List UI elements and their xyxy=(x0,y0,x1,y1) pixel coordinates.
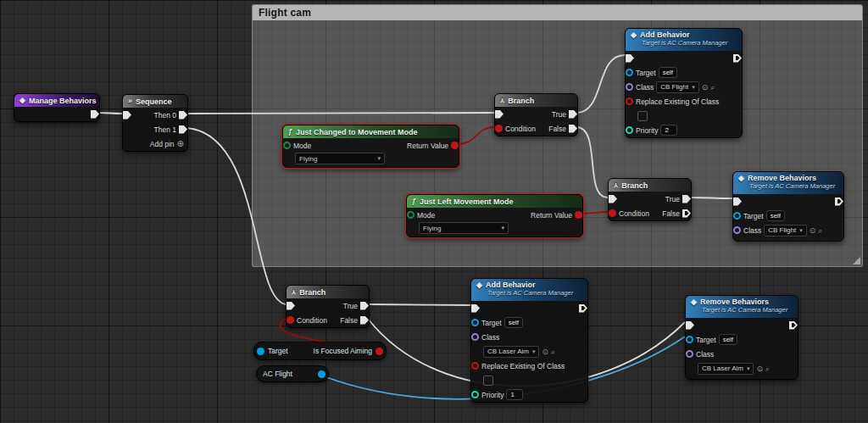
target-pin[interactable] xyxy=(733,212,741,220)
pin-label-condition: Condition xyxy=(505,125,536,133)
replace-existing-checkbox[interactable] xyxy=(483,376,493,386)
exec-false-pin[interactable] xyxy=(569,125,577,133)
node-ac-flight[interactable]: AC Flight xyxy=(256,365,329,382)
pin-label-false: False xyxy=(662,209,680,218)
exec-in-pin[interactable] xyxy=(471,304,480,313)
exec-out-pin[interactable] xyxy=(835,198,843,206)
exec-false-pin[interactable] xyxy=(682,209,691,218)
node-branch-3[interactable]: Y Branch True Condition False xyxy=(286,285,370,328)
mode-pin[interactable] xyxy=(407,211,415,219)
use-asset-icon[interactable]: ⊙ xyxy=(702,83,709,92)
exec-out-pin[interactable] xyxy=(579,304,587,313)
browse-icon[interactable]: ⌕ xyxy=(551,348,555,356)
wire-exec-manage-to-sequence[interactable] xyxy=(98,113,122,114)
pin-label-target: Target xyxy=(481,319,502,327)
pin-label-mode: Mode xyxy=(293,142,311,150)
target-pin[interactable] xyxy=(626,69,633,76)
browse-icon[interactable]: ⌕ xyxy=(765,365,770,373)
use-asset-icon[interactable]: ⊙ xyxy=(810,226,816,235)
mode-dropdown[interactable]: Flying ▾ xyxy=(295,153,385,164)
comment-title[interactable]: Flight cam xyxy=(253,5,862,20)
priority-value-field[interactable]: 1 xyxy=(506,389,523,400)
node-manage-behaviors[interactable]: ◈ Manage Behaviors xyxy=(14,93,100,122)
node-header: ◈ Remove Behaviors Target is AC Camera M… xyxy=(733,172,843,194)
browse-icon[interactable]: ⌕ xyxy=(710,83,715,92)
exec-out-pin[interactable] xyxy=(733,54,742,63)
target-pin[interactable] xyxy=(471,319,479,326)
mode-dropdown[interactable]: Flying ▾ xyxy=(419,222,509,234)
return-value-pin[interactable] xyxy=(451,142,459,149)
node-subtitle: Target is AC Camera Manager xyxy=(749,182,838,190)
return-value-pin[interactable] xyxy=(376,348,383,355)
target-pin[interactable] xyxy=(686,336,693,343)
exec-true-pin[interactable] xyxy=(682,195,691,203)
use-asset-icon[interactable]: ⊙ xyxy=(756,365,763,373)
exec-in-pin[interactable] xyxy=(609,195,617,203)
pin-label-true: True xyxy=(343,302,358,310)
priority-pin[interactable] xyxy=(471,391,479,398)
exec-in-pin[interactable] xyxy=(495,110,504,119)
function-icon: ƒ xyxy=(412,198,416,205)
exec-then0-pin[interactable] xyxy=(179,111,187,120)
return-value-pin[interactable] xyxy=(575,211,582,219)
exec-then1-pin[interactable] xyxy=(179,125,187,134)
priority-value-field[interactable]: 2 xyxy=(660,125,677,136)
comment-resize-handle[interactable] xyxy=(853,257,860,264)
blueprint-graph-canvas[interactable]: Flight cam ◈ Manage Behaviors » Sequence xyxy=(0,0,868,423)
pin-label-priority: Priority xyxy=(481,391,504,399)
use-asset-icon[interactable]: ⊙ xyxy=(542,348,548,356)
node-sequence[interactable]: » Sequence Then 0 Then 1 Add pin ⊕ xyxy=(122,94,188,152)
node-just-left-movement-mode[interactable]: ƒ Just Left Movement Mode Mode Return Va… xyxy=(406,194,583,237)
output-pin[interactable] xyxy=(318,370,326,378)
exec-in-pin[interactable] xyxy=(733,198,742,206)
exec-in-pin[interactable] xyxy=(123,111,131,120)
exec-true-pin[interactable] xyxy=(569,110,577,119)
class-dropdown[interactable]: CB Flight ▾ xyxy=(764,225,806,237)
node-remove-behaviors-laser[interactable]: ◈ Remove Behaviors Target is AC Camera M… xyxy=(685,295,798,380)
replace-existing-pin[interactable] xyxy=(626,97,633,105)
replace-existing-checkbox[interactable] xyxy=(637,111,648,121)
exec-out-pin[interactable] xyxy=(789,321,798,330)
target-value-field[interactable]: self xyxy=(659,67,677,78)
priority-pin[interactable] xyxy=(626,126,633,134)
class-pin[interactable] xyxy=(733,226,741,234)
node-add-behavior-flight[interactable]: ◈ Add Behavior Target is AC Camera Manag… xyxy=(625,28,743,138)
function-call-icon: ◈ xyxy=(631,31,637,39)
class-pin[interactable] xyxy=(686,350,693,358)
condition-pin[interactable] xyxy=(495,125,503,132)
target-value-field[interactable]: self xyxy=(766,210,785,221)
exec-out-pin[interactable] xyxy=(91,110,99,119)
node-header: ƒ Just Left Movement Mode xyxy=(407,195,582,208)
node-branch-1[interactable]: Y Branch True Condition False xyxy=(494,93,578,136)
mode-pin[interactable] xyxy=(283,142,291,149)
function-call-icon: ◈ xyxy=(691,298,697,306)
browse-icon[interactable]: ⌕ xyxy=(818,226,822,235)
condition-pin[interactable] xyxy=(287,316,294,324)
class-pin[interactable] xyxy=(471,333,479,341)
chevron-down-icon: ▾ xyxy=(692,84,695,91)
add-pin-icon[interactable]: ⊕ xyxy=(177,140,184,148)
condition-pin[interactable] xyxy=(609,209,616,217)
target-pin[interactable] xyxy=(257,348,264,355)
target-value-field[interactable]: self xyxy=(504,317,523,328)
node-add-behavior-laser[interactable]: ◈ Add Behavior Target is AC Camera Manag… xyxy=(470,278,588,403)
class-pin[interactable] xyxy=(626,83,633,91)
node-remove-behaviors-flight[interactable]: ◈ Remove Behaviors Target is AC Camera M… xyxy=(732,171,844,242)
exec-false-pin[interactable] xyxy=(360,316,369,325)
class-dropdown[interactable]: CB Laser Aim ▾ xyxy=(483,346,539,358)
exec-in-pin[interactable] xyxy=(626,54,634,63)
node-branch-2[interactable]: Y Branch True Condition False xyxy=(608,178,692,221)
node-is-focused-aiming[interactable]: Target Is Focused Aiming xyxy=(253,342,387,360)
node-just-changed-to-movement-mode[interactable]: ƒ Just Changed to Movement Mode Mode Ret… xyxy=(282,125,459,168)
wire-exec-branch3-true-to-addbehavior2[interactable] xyxy=(368,304,470,305)
replace-existing-pin[interactable] xyxy=(471,362,479,370)
pin-label-target: Target xyxy=(268,347,288,355)
target-value-field[interactable]: self xyxy=(719,334,737,345)
exec-true-pin[interactable] xyxy=(360,302,369,310)
class-dropdown[interactable]: CB Flight ▾ xyxy=(656,81,698,93)
class-dropdown[interactable]: CB Laser Aim ▾ xyxy=(698,363,754,375)
node-header: ◈ Add Behavior Target is AC Camera Manag… xyxy=(471,279,587,301)
exec-in-pin[interactable] xyxy=(287,302,295,310)
mode-dropdown-value: Flying xyxy=(299,155,317,163)
exec-in-pin[interactable] xyxy=(686,321,694,330)
